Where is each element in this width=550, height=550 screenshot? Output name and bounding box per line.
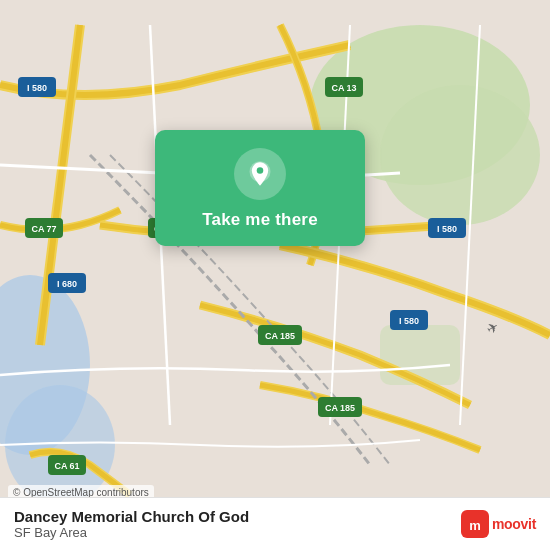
place-region: SF Bay Area (14, 525, 249, 540)
svg-point-2 (380, 85, 540, 225)
svg-text:CA 185: CA 185 (325, 403, 355, 413)
svg-text:I 580: I 580 (399, 316, 419, 326)
svg-text:CA 13: CA 13 (331, 83, 356, 93)
map-background: I 580 CA 13 CA 77 I 680 CA 1 I 580 I 580… (0, 0, 550, 550)
take-me-there-label: Take me there (202, 210, 318, 230)
location-pin-icon (246, 160, 274, 188)
place-name: Dancey Memorial Church Of God (14, 508, 249, 525)
moovit-icon: m (461, 510, 489, 538)
svg-rect-5 (380, 325, 460, 385)
svg-text:m: m (469, 518, 481, 533)
moovit-text: moovit (492, 516, 536, 532)
svg-text:I 680: I 680 (57, 279, 77, 289)
location-icon-wrapper (234, 148, 286, 200)
svg-text:CA 61: CA 61 (54, 461, 79, 471)
svg-text:CA 77: CA 77 (31, 224, 56, 234)
map-container: I 580 CA 13 CA 77 I 680 CA 1 I 580 I 580… (0, 0, 550, 550)
action-card[interactable]: Take me there (155, 130, 365, 246)
svg-text:I 580: I 580 (27, 83, 47, 93)
bottom-bar: Dancey Memorial Church Of God SF Bay Are… (0, 497, 550, 550)
place-info: Dancey Memorial Church Of God SF Bay Are… (14, 508, 249, 540)
svg-text:I 580: I 580 (437, 224, 457, 234)
moovit-logo: m moovit (461, 510, 536, 538)
svg-point-28 (257, 167, 264, 174)
svg-text:CA 185: CA 185 (265, 331, 295, 341)
